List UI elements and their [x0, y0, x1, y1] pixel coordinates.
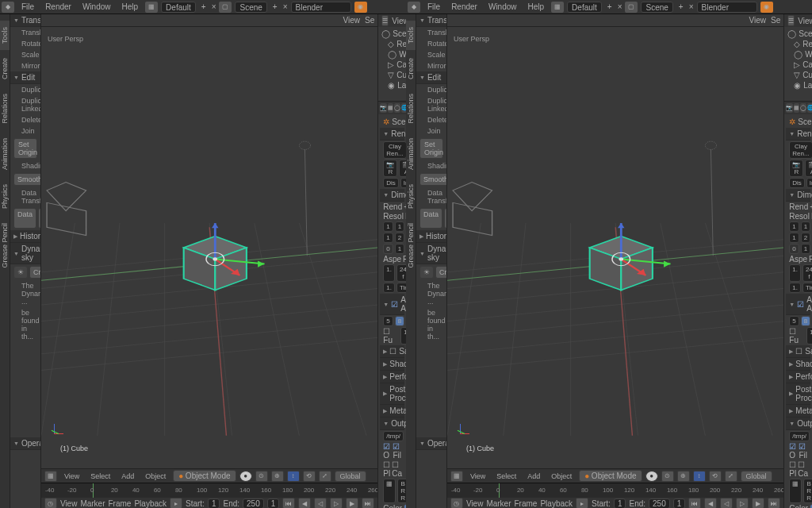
out-lamp[interactable]: ◉ Lamp👁▸📷 — [380, 80, 404, 90]
editor-type-icon[interactable]: ▦ — [44, 471, 57, 482]
panel-operator[interactable]: Operator — [10, 437, 40, 450]
panel-dimensions[interactable]: Dimensions — [380, 189, 404, 202]
panel-render[interactable]: Render — [786, 128, 810, 140]
panel-transform[interactable]: Transform — [416, 14, 446, 27]
menu-render[interactable]: Render — [41, 2, 75, 11]
tl-view[interactable]: View — [466, 499, 484, 508]
out-renderlay[interactable]: ◇ RenderLay — [380, 39, 404, 49]
btn-rotate[interactable]: Rotate — [10, 38, 40, 49]
frame-step[interactable]: 1 — [395, 244, 404, 254]
ftr-view[interactable]: View — [60, 471, 83, 481]
tab-layers-icon[interactable]: ▦ — [794, 103, 799, 113]
btn-data[interactable]: Data — [419, 208, 442, 229]
out-scene[interactable]: ◯ Scene — [380, 29, 404, 39]
menu-file[interactable]: File — [423, 2, 444, 11]
out-scene[interactable]: ◯ Scene — [786, 29, 810, 39]
panel-edit[interactable]: Edit — [10, 71, 40, 84]
tl-start-icon[interactable]: ⏮ — [282, 498, 295, 508]
scene-close[interactable]: × — [283, 2, 288, 11]
btn-duplicate[interactable]: Duplicate — [416, 84, 446, 95]
ftr-object[interactable]: Object — [547, 471, 576, 481]
tab-physics[interactable]: Physics — [406, 178, 416, 215]
viewport-3d[interactable]: User Persp (1) Cube — [41, 27, 377, 468]
tab-tools[interactable]: Tools — [0, 21, 10, 50]
tl-start-icon[interactable]: ⏮ — [688, 498, 701, 508]
manipulator-icon[interactable]: ⊕ — [271, 471, 284, 482]
layout-add[interactable]: + — [605, 2, 615, 11]
panel-perf[interactable]: Performance — [786, 371, 810, 383]
tl-end-icon[interactable]: ⏭ — [362, 498, 374, 508]
tl-playrev-icon[interactable]: ◁ — [314, 498, 327, 508]
tl-prev-icon[interactable]: ◀ — [298, 498, 311, 508]
tab-create[interactable]: Create — [0, 52, 10, 86]
tl-end[interactable]: 250 — [243, 498, 264, 509]
tab-physics[interactable]: Physics — [0, 178, 10, 215]
res-pct[interactable]: 0 — [383, 244, 393, 254]
frame-step[interactable]: 1 — [801, 244, 810, 254]
tab-world-icon[interactable]: 🌐 — [807, 103, 812, 113]
sel-im[interactable]: Im — [400, 178, 406, 188]
tl-frame[interactable]: Frame — [515, 499, 538, 508]
btn-duplicate[interactable]: Duplicate — [10, 84, 40, 95]
panel-shading[interactable]: Shading — [380, 358, 404, 371]
vp-hdr-view[interactable]: View — [343, 16, 361, 25]
tl-playrev-icon[interactable]: ◁ — [720, 498, 733, 508]
panel-render[interactable]: Render — [380, 128, 404, 140]
tl-playback[interactable]: Playback — [540, 499, 573, 508]
panel-shading[interactable]: Shading — [786, 358, 810, 371]
panel-operator[interactable]: Operator — [416, 437, 446, 450]
tl-cur[interactable]: 1 — [673, 498, 686, 509]
panel-meta[interactable]: Metadata — [786, 405, 810, 418]
vp-hdr-view[interactable]: View — [749, 16, 767, 25]
transform-move-icon[interactable]: ↕ — [287, 471, 300, 482]
panel-sampled[interactable]: ☐ Sampled — [380, 345, 404, 358]
btn-rotate[interactable]: Rotate — [416, 38, 446, 49]
ftr-select[interactable]: Select — [492, 471, 520, 481]
tab-create[interactable]: Create — [406, 52, 416, 86]
ftr-select[interactable]: Select — [86, 471, 114, 481]
vp-hdr-sel[interactable]: Se — [365, 16, 374, 25]
res-y[interactable]: 1 — [789, 233, 799, 243]
tab-grease-pencil[interactable]: Grease Pencil — [0, 217, 10, 275]
manipulator-icon[interactable]: ⊕ — [677, 471, 690, 482]
scene-icon[interactable]: ▢ — [219, 2, 232, 13]
panel-sampled[interactable]: ☐ Sampled — [786, 345, 810, 358]
panel-output[interactable]: Output — [786, 418, 810, 430]
panel-output[interactable]: Output — [380, 418, 404, 430]
transform-rotate-icon[interactable]: ⟲ — [709, 471, 722, 482]
ftr-view[interactable]: View — [466, 471, 489, 481]
tab-render-icon[interactable]: 📷 — [380, 103, 387, 113]
btn-clay[interactable]: Clay Ren... — [789, 141, 812, 159]
shading-solid-icon[interactable]: ● — [239, 471, 252, 482]
panel-edit[interactable]: Edit — [416, 71, 446, 84]
menu-render[interactable]: Render — [447, 2, 481, 11]
tl-frame[interactable]: Frame — [109, 499, 132, 508]
timeline-ruler[interactable]: -40 -20 0 20 40 60 80 100 120 140 160 18… — [447, 483, 783, 498]
panel-transform[interactable]: Transform — [10, 14, 40, 27]
out-lamp[interactable]: ◉ Lamp👁▸📷 — [786, 80, 810, 90]
frame-end[interactable]: 2 — [801, 233, 810, 243]
btn-mirror[interactable]: Mirror — [10, 60, 40, 71]
panel-history[interactable]: History — [416, 230, 446, 243]
btn-dup-linked[interactable]: Duplicate Linked — [10, 95, 40, 114]
renderer-selector[interactable]: Blender Render — [697, 2, 757, 13]
blender-icon[interactable]: ◆ — [2, 2, 14, 13]
btn-set-origin[interactable]: Set Origin — [419, 138, 443, 159]
tl-cur[interactable]: 1 — [267, 498, 280, 509]
btn-translate[interactable]: Translate — [416, 27, 446, 38]
layout-selector[interactable]: Default — [567, 2, 602, 13]
time-remap[interactable]: Time — [396, 283, 406, 293]
out-world[interactable]: ◯ World👁 — [380, 49, 404, 60]
panel-meta[interactable]: Metadata — [380, 405, 404, 418]
orient-selector[interactable]: Global — [741, 471, 772, 482]
out-cube[interactable]: ▽ Cube👁▸📷 — [380, 70, 404, 80]
panel-post[interactable]: Post Processin — [380, 383, 404, 405]
tl-marker[interactable]: Marker — [80, 499, 105, 508]
menu-help[interactable]: Help — [118, 2, 143, 11]
out-world[interactable]: ◯ World👁 — [786, 49, 810, 60]
scene-selector[interactable]: Scene — [235, 2, 266, 13]
renderer-selector[interactable]: Blender Render — [291, 2, 351, 13]
scene-icon[interactable]: ▢ — [625, 2, 638, 13]
tl-play-icon[interactable]: ▷ — [330, 498, 343, 508]
scene-add[interactable]: + — [270, 2, 280, 11]
